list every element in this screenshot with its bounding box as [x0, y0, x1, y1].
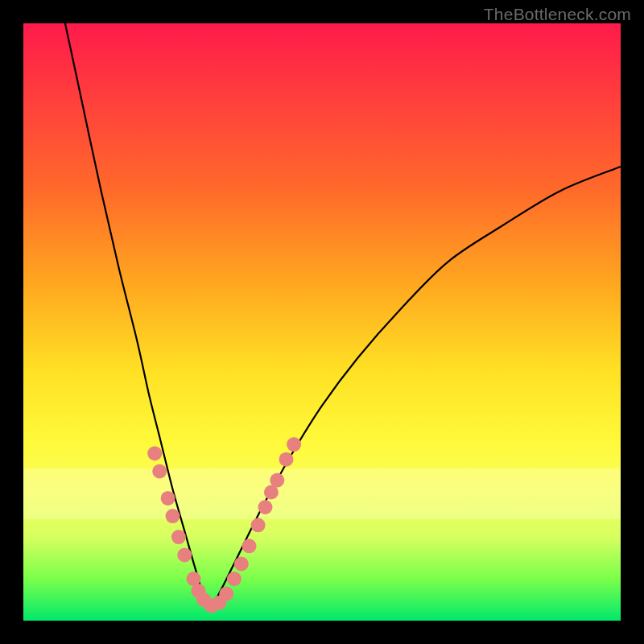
plot-background [23, 23, 621, 621]
watermark-text: TheBottleneck.com [484, 5, 631, 24]
chart-frame: TheBottleneck.com [0, 0, 644, 644]
